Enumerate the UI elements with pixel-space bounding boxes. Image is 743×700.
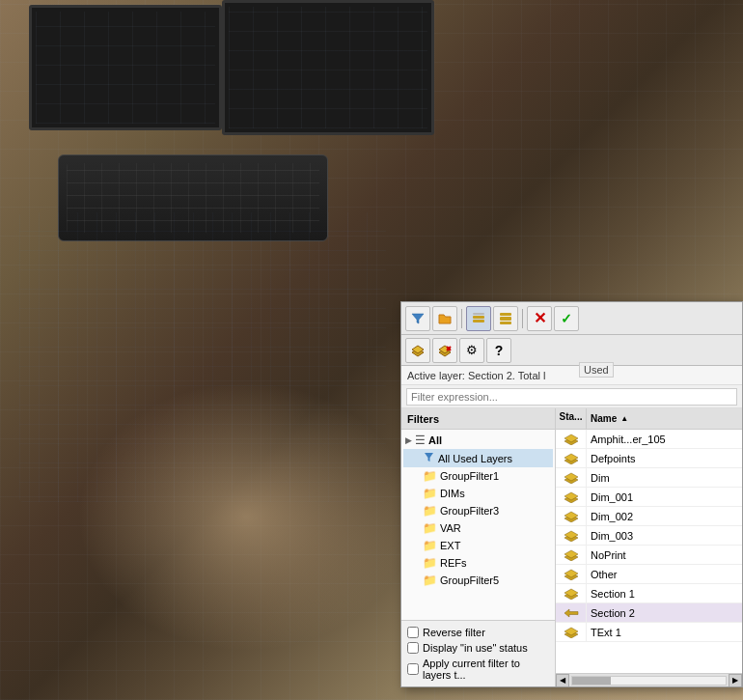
layer-name-4: Dim_002 — [587, 511, 742, 522]
new-layer-button[interactable] — [405, 338, 430, 363]
filter-label-3: GroupFilter3 — [440, 505, 499, 517]
layer-status-10 — [556, 623, 587, 641]
layer-name-3: Dim_001 — [587, 491, 742, 503]
reverse-filter-checkbox[interactable] — [407, 627, 419, 638]
layer-name-5: Dim_003 — [587, 530, 742, 542]
list-icon: ☰ — [415, 434, 426, 447]
layer-row-2[interactable]: Dim — [556, 468, 742, 488]
separator-1 — [461, 309, 462, 328]
filter-button[interactable] — [405, 306, 430, 331]
filter-item-0[interactable]: All Used Layers — [403, 449, 553, 467]
layer-status-6 — [556, 546, 587, 564]
filter-item-6[interactable]: 📁 REFs — [403, 554, 553, 572]
tree-root-all[interactable]: ▶ ☰ All — [403, 432, 553, 449]
expand-icon: ▶ — [405, 435, 412, 445]
filter-label-2: DIMs — [440, 488, 465, 499]
filter-expression-input[interactable] — [406, 388, 737, 406]
sort-arrow-icon: ▲ — [620, 414, 628, 423]
layer-row-1[interactable]: Defpoints — [556, 449, 742, 468]
horizontal-scrollbar: ◀ ▶ — [556, 673, 742, 686]
folder-icon-7: 📁 — [423, 574, 437, 587]
layer-stack-icon-1 — [564, 453, 579, 464]
close-button[interactable]: ✕ — [527, 306, 552, 331]
display-inuse-label[interactable]: Display "in use" status — [423, 642, 528, 654]
filter-expression-area — [401, 385, 742, 408]
svg-rect-2 — [473, 313, 484, 315]
status-col-label: Sta... — [560, 411, 583, 422]
scroll-track[interactable] — [571, 676, 727, 686]
layers-body: Amphit...er_105 Defpoints — [556, 430, 742, 673]
toolbar-row2: ⚙ ? — [401, 335, 742, 366]
layer-status-1 — [556, 449, 587, 467]
svg-rect-1 — [473, 316, 484, 319]
reverse-filter-label[interactable]: Reverse filter — [423, 627, 485, 638]
delete-layer-button[interactable] — [432, 338, 457, 363]
filter-item-5[interactable]: 📁 EXT — [403, 537, 553, 554]
filter-item-7[interactable]: 📁 GroupFilter5 — [403, 572, 553, 589]
filter-label-7: GroupFilter5 — [440, 574, 499, 586]
separator-2 — [522, 309, 523, 328]
layer-row-3[interactable]: Dim_001 — [556, 488, 742, 507]
layer-manager-panel: ✕ ✓ ⚙ ? Active layer: Section 2. Total l — [400, 301, 743, 687]
apply-filter-label[interactable]: Apply current filter to layers t... — [423, 658, 549, 681]
layer-name-6: NoPrint — [587, 549, 742, 561]
folder-icon-4: 📁 — [423, 521, 437, 535]
active-layer-bar: Active layer: Section 2. Total l — [401, 366, 742, 385]
checkbox-row-1: Display "in use" status — [407, 640, 549, 656]
filter-label-5: EXT — [440, 540, 460, 551]
gear-button[interactable]: ⚙ — [459, 338, 484, 363]
layer-name-1: Defpoints — [587, 453, 742, 464]
layer-status-4 — [556, 507, 587, 525]
layer-states-button[interactable] — [466, 306, 491, 331]
filter-label-1: GroupFilter1 — [440, 470, 499, 482]
svg-rect-4 — [500, 313, 511, 316]
layer-row-0[interactable]: Amphit...er_105 — [556, 430, 742, 449]
apply-filter-checkbox[interactable] — [407, 663, 419, 675]
col-status-header[interactable]: Sta... — [556, 408, 587, 429]
folder-button[interactable] — [432, 306, 457, 331]
layer-row-9[interactable]: Section 2 — [556, 603, 742, 623]
filter-item-2[interactable]: 📁 DIMs — [403, 485, 553, 502]
layer-name-7: Other — [587, 569, 742, 580]
scroll-thumb[interactable] — [572, 677, 611, 685]
help-button[interactable]: ? — [486, 338, 511, 363]
filter-item-4[interactable]: 📁 VAR — [403, 519, 553, 537]
layer-status-0 — [556, 430, 587, 448]
layer-stack-icon-9 — [564, 607, 579, 619]
filter-panel-header: Filters — [401, 408, 555, 430]
scroll-right-button[interactable]: ▶ — [729, 674, 742, 687]
layer-status-9 — [556, 603, 587, 622]
layer-row-7[interactable]: Other — [556, 565, 742, 584]
col-name-header[interactable]: Name ▲ — [587, 408, 742, 429]
display-inuse-checkbox[interactable] — [407, 642, 419, 654]
filters-label: Filters — [407, 413, 439, 425]
layer-stack-icon-3 — [564, 491, 579, 503]
layer-row-6[interactable]: NoPrint — [556, 546, 742, 565]
layer-name-9: Section 2 — [587, 607, 742, 619]
layer-status-5 — [556, 526, 587, 545]
layers-header: Sta... Name ▲ — [556, 408, 742, 430]
layer-name-8: Section 1 — [587, 588, 742, 600]
filter-icon-0 — [423, 451, 435, 465]
layer-settings-button[interactable] — [493, 306, 518, 331]
root-label: All — [428, 434, 442, 446]
name-col-label: Name — [591, 413, 617, 424]
layer-name-0: Amphit...er_105 — [587, 434, 742, 445]
layer-name-2: Dim — [587, 472, 742, 484]
filter-item-3[interactable]: 📁 GroupFilter3 — [403, 502, 553, 519]
filter-tree: ▶ ☰ All All Used Layers 📁 Grou — [401, 430, 555, 620]
filter-item-1[interactable]: 📁 GroupFilter1 — [403, 467, 553, 485]
layer-row-10[interactable]: TExt 1 — [556, 623, 742, 642]
checkbox-row-0: Reverse filter — [407, 625, 549, 640]
layer-status-3 — [556, 488, 587, 506]
apply-button[interactable]: ✓ — [554, 306, 579, 331]
scroll-left-button[interactable]: ◀ — [556, 674, 569, 687]
layer-stack-icon-0 — [564, 434, 579, 445]
layer-row-8[interactable]: Section 1 — [556, 584, 742, 603]
layer-row-4[interactable]: Dim_002 — [556, 507, 742, 526]
monitor-left — [29, 5, 222, 130]
layer-row-5[interactable]: Dim_003 — [556, 526, 742, 546]
folder-icon-3: 📁 — [423, 504, 437, 518]
svg-rect-5 — [500, 322, 511, 324]
folder-icon-5: 📁 — [423, 539, 437, 552]
